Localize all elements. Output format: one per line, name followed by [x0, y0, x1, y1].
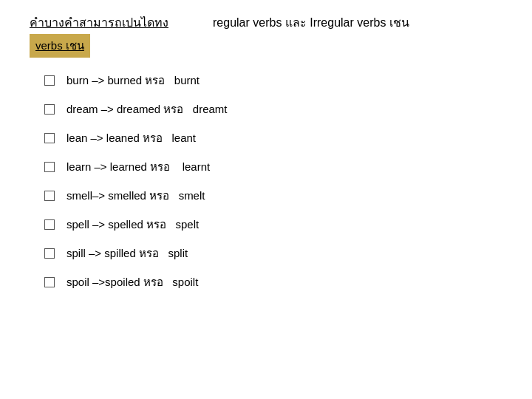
item-text-8: spoil –>spoiled หรอ spoilt [66, 274, 198, 290]
title-left: คำบางคำสามารถเปนไดทง [30, 15, 168, 31]
item-text-7: spill –> spilled หรอ split [66, 245, 188, 261]
page: คำบางคำสามารถเปนไดทง regular verbs และ I… [0, 0, 532, 399]
subtitle-bar: verbs เชน [30, 31, 502, 72]
title-right: regular verbs และ Irregular verbs เชน [213, 15, 409, 31]
checkbox-3 [44, 133, 55, 143]
list-item: spoil –>spoiled หรอ spoilt [44, 274, 502, 290]
list-item: lean –> leaned หรอ leant [44, 130, 502, 146]
item-text-5: smell–> smelled หรอ smelt [66, 188, 205, 203]
list-item: spell –> spelled หรอ spelt [44, 216, 502, 232]
item-text-4: learn –> learned หรอ learnt [66, 159, 210, 174]
checkbox-6 [44, 219, 55, 230]
list-item: smell–> smelled หรอ smelt [44, 188, 502, 203]
list-container: burn –> burned หรอ burnt dream –> dreame… [30, 72, 502, 290]
checkbox-1 [44, 75, 55, 86]
header: คำบางคำสามารถเปนไดทง regular verbs และ I… [30, 15, 502, 31]
item-text-6: spell –> spelled หรอ spelt [66, 216, 199, 232]
list-item: dream –> dreamed หรอ dreamt [44, 101, 502, 117]
item-text-3: lean –> leaned หรอ leant [66, 130, 196, 146]
checkbox-8 [44, 277, 55, 287]
list-item: burn –> burned หรอ burnt [44, 72, 502, 88]
checkbox-5 [44, 191, 55, 201]
list-item: learn –> learned หรอ learnt [44, 159, 502, 174]
checkbox-7 [44, 248, 55, 259]
checkbox-4 [44, 162, 55, 172]
item-text-1: burn –> burned หรอ burnt [66, 72, 200, 88]
list-item: spill –> spilled หรอ split [44, 245, 502, 261]
checkbox-2 [44, 104, 55, 115]
item-text-2: dream –> dreamed หรอ dreamt [66, 101, 228, 117]
